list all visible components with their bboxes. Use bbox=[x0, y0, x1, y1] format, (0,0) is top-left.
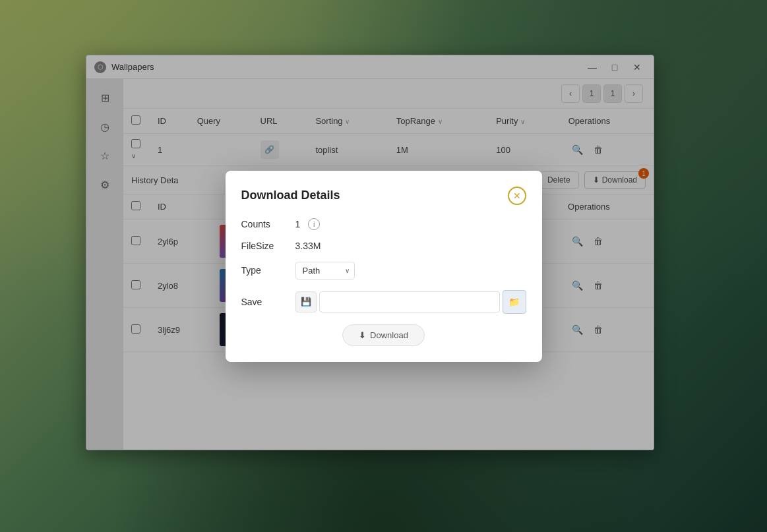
floppy-disk-button[interactable]: 💾 bbox=[295, 291, 317, 312]
modal-type-row: Type Path URL ∨ bbox=[241, 262, 526, 280]
info-icon[interactable]: i bbox=[308, 218, 320, 230]
modal-overlay: Download Details ✕ Counts 1 i FileSize 3… bbox=[0, 0, 767, 532]
filesize-label: FileSize bbox=[241, 241, 288, 251]
modal-close-icon: ✕ bbox=[513, 191, 521, 201]
modal-save-row: Save 💾 📁 bbox=[241, 290, 526, 314]
modal-footer: ⬇ Download bbox=[241, 324, 526, 346]
save-label: Save bbox=[241, 297, 288, 307]
type-select-wrapper: Path URL ∨ bbox=[295, 262, 355, 280]
download-arrow-icon: ⬇ bbox=[359, 330, 366, 340]
download-button-label: Download bbox=[370, 330, 408, 340]
modal-download-button[interactable]: ⬇ Download bbox=[342, 324, 425, 346]
save-path-input[interactable] bbox=[319, 291, 500, 312]
counts-value: 1 bbox=[295, 219, 301, 229]
floppy-icon: 💾 bbox=[301, 297, 311, 307]
modal-filesize-row: FileSize 3.33M bbox=[241, 241, 526, 251]
modal-counts-row: Counts 1 i bbox=[241, 218, 526, 230]
counts-label: Counts bbox=[241, 219, 288, 229]
download-details-modal: Download Details ✕ Counts 1 i FileSize 3… bbox=[226, 171, 542, 362]
browse-folder-button[interactable]: 📁 bbox=[503, 290, 526, 314]
modal-title: Download Details bbox=[241, 189, 340, 202]
type-label: Type bbox=[241, 265, 288, 276]
folder-icon: 📁 bbox=[508, 297, 520, 307]
type-select[interactable]: Path URL bbox=[295, 262, 355, 280]
modal-header: Download Details ✕ bbox=[241, 187, 526, 205]
modal-close-button[interactable]: ✕ bbox=[508, 187, 526, 205]
save-input-group: 💾 📁 bbox=[295, 290, 526, 314]
filesize-value: 3.33M bbox=[295, 241, 321, 251]
